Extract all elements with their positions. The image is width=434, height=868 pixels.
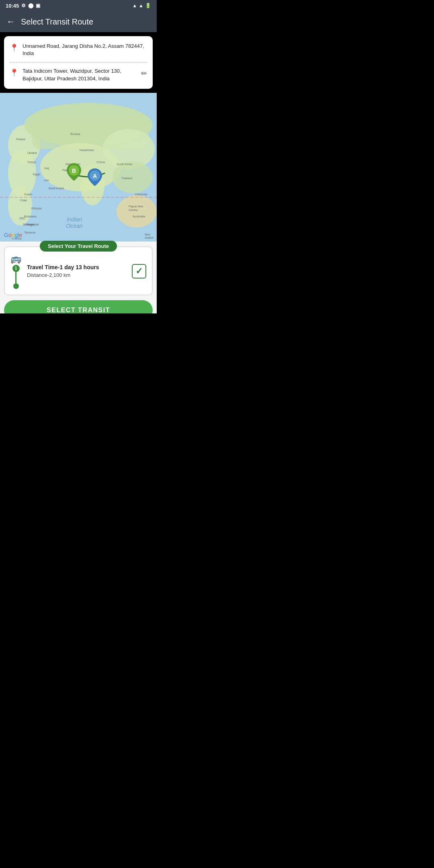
google-logo: G o o g l e [4,232,22,238]
google-g2: g [14,232,18,238]
location-divider [10,62,147,63]
svg-text:Thailand: Thailand [121,177,132,180]
svg-point-10 [117,195,157,227]
wifi-icon: ▲ [132,3,137,8]
svg-text:Ukraine: Ukraine [27,151,37,154]
svg-text:South Korea: South Korea [117,163,132,166]
svg-text:Kazakhstan: Kazakhstan [80,149,94,151]
svg-text:Chad: Chad [20,199,27,202]
route-visual-left: 🚌 1 [10,254,21,289]
svg-text:Turkey: Turkey [27,161,36,164]
map-view: Indian Ocean Finland Ukraine Turkey Iraq… [0,93,157,242]
route-vertical-line [15,272,16,283]
svg-point-9 [113,161,153,193]
settings-icon: ⚙ [21,3,26,8]
location-card: 📍 Unnamed Road, Jarang Disha No.2, Assam… [4,36,153,89]
time-display: 10:45 [6,3,19,9]
google-o1: o [8,232,12,238]
map-marker-b: B [67,163,81,182]
svg-text:Finland: Finland [16,138,25,141]
select-route-badge: Select Your Travel Route [40,241,117,252]
svg-text:Botswana: Botswana [24,215,37,218]
svg-text:Saudi Arabia: Saudi Arabia [48,187,64,190]
svg-text:Ethiopia: Ethiopia [31,207,41,210]
svg-text:Zealnd: Zealnd [145,236,154,239]
svg-text:Papua New: Papua New [129,205,143,208]
route-dot-bottom [13,283,19,289]
svg-text:China: China [96,160,105,164]
distance: Distance-2,100 km [27,272,126,278]
svg-text:Guinea: Guinea [129,209,138,211]
svg-text:Australia: Australia [133,215,145,218]
google-o2: o [12,232,15,238]
svg-text:Iraq: Iraq [44,167,49,170]
route-dot-top: 1 [12,265,20,272]
svg-text:Ocean: Ocean [66,223,82,229]
page-title: Select Transit Route [21,17,93,27]
destination-text: Tata Indicom Tower, Wazidpur, Sector 130… [23,68,137,82]
route-line: 1 [12,265,20,289]
status-right: ▲ ▲ 🔋 [132,3,151,8]
origin-row: 📍 Unnamed Road, Jarang Disha No.2, Assam… [10,41,147,59]
destination-row: 📍 Tata Indicom Tower, Wazidpur, Sector 1… [10,66,147,84]
select-transit-button[interactable]: SELECT TRANSIT [4,300,153,313]
svg-text:A: A [93,173,97,179]
svg-text:Iran: Iran [44,179,49,182]
status-left: 10:45 ⚙ ⬤ ▣ [6,3,40,9]
bottom-panel: Select Your Travel Route 🚌 1 Travel Time… [0,242,157,313]
route-select-checkbox[interactable]: ✓ [132,264,146,278]
svg-text:Egypt: Egypt [33,173,40,176]
app-bar: ← Select Transit Route [0,11,157,32]
map-marker-a: A [88,168,102,188]
check-mark-icon: ✓ [135,266,143,276]
svg-text:Tanzania: Tanzania [24,231,35,234]
svg-text:Indian: Indian [67,216,82,223]
circle-icon: ⬤ [28,3,33,8]
svg-text:Madagascar: Madagascar [23,223,39,226]
edit-destination-button[interactable]: ✏ [141,69,147,78]
svg-text:B: B [72,168,76,174]
sim-icon: ▣ [36,3,40,8]
destination-pin-icon: 📍 [10,68,18,77]
travel-time: Travel Time-1 day 13 hours [27,264,126,270]
origin-pin-icon: 📍 [10,43,18,52]
signal-icon: ▲ [139,3,143,8]
svg-text:Indonesia: Indonesia [135,193,147,196]
route-card-wrapper: Select Your Travel Route 🚌 1 Travel Time… [4,246,153,295]
svg-text:Sudan: Sudan [24,193,32,196]
svg-text:Russia: Russia [70,132,80,136]
route-info: Travel Time-1 day 13 hours Distance-2,10… [27,264,126,278]
google-e: e [19,232,22,238]
status-bar: 10:45 ⚙ ⬤ ▣ ▲ ▲ 🔋 [0,0,157,11]
bus-icon: 🚌 [10,254,21,264]
battery-icon: 🔋 [145,3,151,8]
google-g: G [4,232,8,238]
svg-text:New: New [145,233,151,236]
route-card: 🚌 1 Travel Time-1 day 13 hours Distance-… [4,246,153,295]
back-button[interactable]: ← [6,16,15,27]
origin-text: Unnamed Road, Jarang Disha No.2, Assam 7… [23,43,147,57]
